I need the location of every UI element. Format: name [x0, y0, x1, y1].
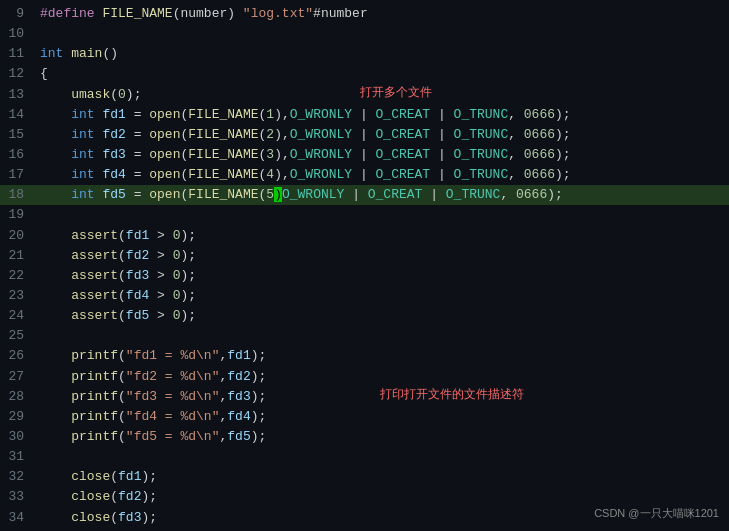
line-number: 13: [0, 85, 36, 105]
code-line: 27 printf("fd2 = %d\n",fd2);: [0, 367, 729, 387]
line-number: 32: [0, 467, 36, 487]
line-content: int fd3 = open(FILE_NAME(3),O_WRONLY | O…: [36, 145, 729, 165]
line-number: 33: [0, 487, 36, 507]
code-annotation: 打开多个文件: [360, 83, 432, 102]
code-line: 28 printf("fd3 = %d\n",fd3);打印打开文件的文件描述符: [0, 387, 729, 407]
code-line: 13 umask(0);打开多个文件: [0, 85, 729, 105]
line-number: 22: [0, 266, 36, 286]
line-content: assert(fd2 > 0);: [36, 246, 729, 266]
line-number: 18: [0, 185, 36, 205]
code-line: 30 printf("fd5 = %d\n",fd5);: [0, 427, 729, 447]
line-number: 16: [0, 145, 36, 165]
code-line: 22 assert(fd3 > 0);: [0, 266, 729, 286]
code-line: 23 assert(fd4 > 0);: [0, 286, 729, 306]
line-content: close(fd1);: [36, 467, 729, 487]
line-content: close(fd2);: [36, 487, 729, 507]
line-number: 20: [0, 226, 36, 246]
line-number: 24: [0, 306, 36, 326]
line-number: 11: [0, 44, 36, 64]
code-block: 9#define FILE_NAME(number) "log.txt"#num…: [0, 0, 729, 531]
code-line: 35 close(fd4);: [0, 528, 729, 531]
line-content: assert(fd5 > 0);: [36, 306, 729, 326]
watermark: CSDN @一只大喵咪1201: [594, 506, 719, 521]
line-content: [36, 326, 729, 346]
code-line: 16 int fd3 = open(FILE_NAME(3),O_WRONLY …: [0, 145, 729, 165]
code-line: 12{: [0, 64, 729, 84]
line-number: 28: [0, 387, 36, 407]
line-number: 10: [0, 24, 36, 44]
line-content: {: [36, 64, 729, 84]
line-content: assert(fd1 > 0);: [36, 226, 729, 246]
line-content: printf("fd4 = %d\n",fd4);: [36, 407, 729, 427]
line-number: 25: [0, 326, 36, 346]
line-number: 9: [0, 4, 36, 24]
line-number: 30: [0, 427, 36, 447]
line-content: [36, 447, 729, 467]
code-line: 26 printf("fd1 = %d\n",fd1);: [0, 346, 729, 366]
line-number: 19: [0, 205, 36, 225]
line-content: printf("fd1 = %d\n",fd1);: [36, 346, 729, 366]
line-content: int main(): [36, 44, 729, 64]
code-line: 19: [0, 205, 729, 225]
line-content: int fd2 = open(FILE_NAME(2),O_WRONLY | O…: [36, 125, 729, 145]
code-line: 21 assert(fd2 > 0);: [0, 246, 729, 266]
code-line: 29 printf("fd4 = %d\n",fd4);: [0, 407, 729, 427]
code-line: 10: [0, 24, 729, 44]
line-number: 34: [0, 508, 36, 528]
line-number: 23: [0, 286, 36, 306]
line-number: 29: [0, 407, 36, 427]
line-number: 31: [0, 447, 36, 467]
line-content: #define FILE_NAME(number) "log.txt"#numb…: [36, 4, 729, 24]
code-line: 32 close(fd1);: [0, 467, 729, 487]
line-content: int fd5 = open(FILE_NAME(5)O_WRONLY | O_…: [36, 185, 729, 205]
code-line: 17 int fd4 = open(FILE_NAME(4),O_WRONLY …: [0, 165, 729, 185]
line-number: 27: [0, 367, 36, 387]
line-content: assert(fd3 > 0);: [36, 266, 729, 286]
code-line: 24 assert(fd5 > 0);: [0, 306, 729, 326]
code-line: 25: [0, 326, 729, 346]
code-annotation: 打印打开文件的文件描述符: [380, 385, 524, 404]
code-editor: 9#define FILE_NAME(number) "log.txt"#num…: [0, 0, 729, 531]
line-content: printf("fd5 = %d\n",fd5);: [36, 427, 729, 447]
line-content: close(fd4);: [36, 528, 729, 531]
line-content: printf("fd2 = %d\n",fd2);: [36, 367, 729, 387]
line-content: [36, 24, 729, 44]
line-number: 15: [0, 125, 36, 145]
code-line: 14 int fd1 = open(FILE_NAME(1),O_WRONLY …: [0, 105, 729, 125]
line-number: 12: [0, 64, 36, 84]
code-line: 31: [0, 447, 729, 467]
line-number: 17: [0, 165, 36, 185]
code-line: 18 int fd5 = open(FILE_NAME(5)O_WRONLY |…: [0, 185, 729, 205]
line-content: [36, 205, 729, 225]
code-line: 11int main(): [0, 44, 729, 64]
line-content: assert(fd4 > 0);: [36, 286, 729, 306]
line-number: 26: [0, 346, 36, 366]
line-content: int fd4 = open(FILE_NAME(4),O_WRONLY | O…: [36, 165, 729, 185]
line-number: 35: [0, 528, 36, 531]
code-line: 9#define FILE_NAME(number) "log.txt"#num…: [0, 4, 729, 24]
code-line: 20 assert(fd1 > 0);: [0, 226, 729, 246]
line-number: 14: [0, 105, 36, 125]
code-line: 33 close(fd2);: [0, 487, 729, 507]
line-number: 21: [0, 246, 36, 266]
code-line: 15 int fd2 = open(FILE_NAME(2),O_WRONLY …: [0, 125, 729, 145]
line-content: int fd1 = open(FILE_NAME(1),O_WRONLY | O…: [36, 105, 729, 125]
